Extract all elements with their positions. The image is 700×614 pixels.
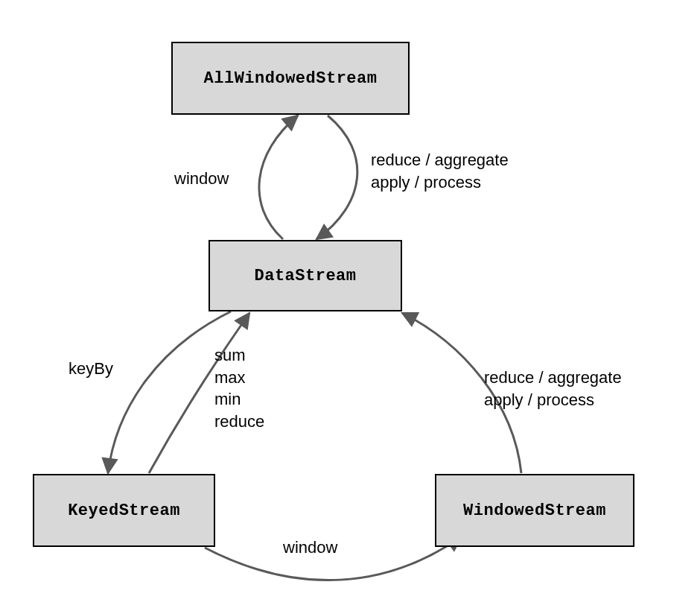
node-label: WindowedStream (463, 501, 606, 520)
node-windowedstream: WindowedStream (435, 474, 634, 547)
edge-label-window-up: window (174, 168, 229, 190)
edge-ds-to-keyed (108, 311, 231, 473)
edge-allwindowed-to-ds (316, 115, 357, 239)
edge-label-sum-max-min-reduce: sum max min reduce (214, 344, 264, 433)
edge-label-window-bottom: window (283, 537, 337, 559)
edge-label-reduce-apply-right: reduce / aggregate apply / process (484, 367, 622, 411)
node-label: AllWindowedStream (204, 69, 378, 88)
edge-label-keyby: keyBy (69, 358, 113, 380)
edge-label-reduce-apply-up: reduce / aggregate apply / process (371, 149, 509, 193)
node-keyedstream: KeyedStream (33, 474, 215, 547)
node-label: KeyedStream (68, 501, 180, 520)
node-allwindowedstream: AllWindowedStream (171, 42, 410, 115)
node-datastream: DataStream (209, 240, 402, 311)
edge-ds-to-allwindowed (259, 115, 298, 239)
diagram-canvas: AllWindowedStream DataStream KeyedStream… (0, 0, 700, 614)
node-label: DataStream (254, 267, 356, 285)
